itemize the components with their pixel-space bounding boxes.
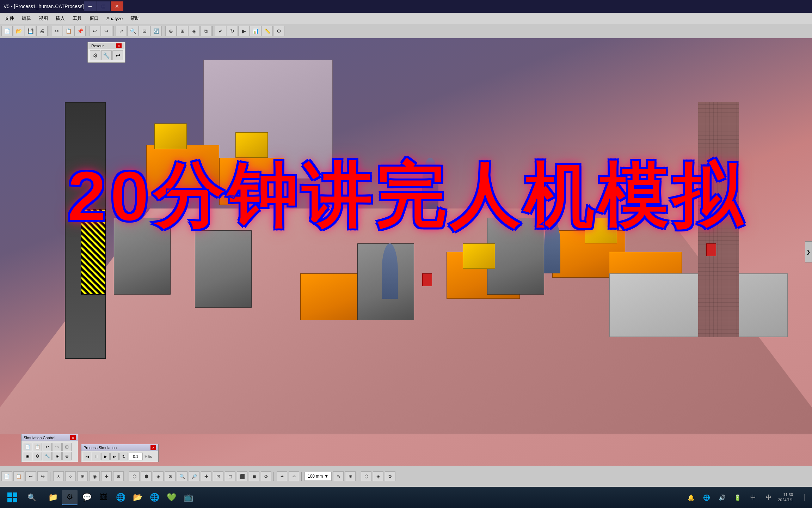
tray-volume[interactable]: 🔊 [716, 490, 728, 505]
bt-1[interactable]: 📄 [1, 471, 12, 481]
taskbar-edge[interactable]: 🌐 [147, 490, 162, 505]
bt-28[interactable]: ◈ [373, 471, 383, 481]
taskbar-chat[interactable]: 💬 [79, 490, 94, 505]
start-button[interactable] [4, 490, 21, 505]
bt-23[interactable]: ✦ [277, 471, 287, 481]
sim-btn-9[interactable]: ◈ [53, 452, 62, 460]
ps-step-input[interactable] [129, 453, 143, 460]
bt-6[interactable]: ○ [65, 471, 76, 481]
taskbar-photos[interactable]: 🖼 [96, 490, 111, 505]
ps-skip-end[interactable]: ⏭ [110, 453, 119, 460]
bt-7[interactable]: ⊞ [77, 471, 88, 481]
bt-4[interactable]: ↪ [37, 471, 48, 481]
toolbar-layer[interactable]: ⧉ [200, 26, 211, 36]
sim-btn-6[interactable]: ◉ [23, 452, 32, 460]
bt-27[interactable]: ⬡ [361, 471, 371, 481]
ps-pause[interactable]: ⏸ [92, 453, 100, 460]
sim-control-close[interactable]: × [70, 435, 76, 440]
toolbar-3d[interactable]: ◈ [189, 26, 200, 36]
taskbar-search[interactable]: 🔍 [21, 490, 42, 505]
bt-5[interactable]: λ [53, 471, 64, 481]
bt-12[interactable]: ⬢ [141, 471, 152, 481]
toolbar-grid[interactable]: ⊞ [177, 26, 188, 36]
bt-26[interactable]: ⊞ [345, 471, 356, 481]
sim-btn-2[interactable]: 📋 [33, 443, 42, 451]
tray-ime[interactable]: 中 [747, 490, 759, 505]
menu-insert[interactable]: 插入 [52, 14, 68, 23]
bt-3[interactable]: ↩ [25, 471, 36, 481]
menu-analyze[interactable]: Analyze [103, 14, 126, 23]
bt-16[interactable]: 🔎 [189, 471, 199, 481]
process-sim-close[interactable]: × [150, 445, 156, 450]
toolbar-undo[interactable]: ↩ [89, 26, 100, 36]
bt-21[interactable]: ◼ [249, 471, 259, 481]
resource-popup-close[interactable]: × [116, 43, 122, 48]
taskbar-bilibili[interactable]: 📺 [180, 490, 196, 505]
bt-17[interactable]: ✚ [201, 471, 211, 481]
toolbar-rotate[interactable]: 🔄 [150, 26, 162, 36]
resource-btn-2[interactable]: 🔧 [101, 50, 112, 60]
toolbar-analyze[interactable]: 📊 [250, 26, 261, 36]
toolbar-copy[interactable]: 📋 [63, 26, 74, 36]
bt-24[interactable]: ✧ [289, 471, 299, 481]
menu-file[interactable]: 文件 [1, 14, 18, 23]
bt-10[interactable]: ⊕ [113, 471, 124, 481]
toolbar-measure[interactable]: 📏 [262, 26, 273, 36]
sim-control-header[interactable]: Simulation Control... × [21, 434, 78, 441]
bt-19[interactable]: ◻ [225, 471, 235, 481]
toolbar-new[interactable]: 📄 [1, 26, 13, 36]
tray-network[interactable]: 🌐 [700, 490, 713, 505]
tray-battery[interactable]: 🔋 [731, 490, 744, 505]
sim-btn-1[interactable]: 📄 [23, 443, 32, 451]
ps-skip-start[interactable]: ⏮ [83, 453, 91, 460]
toolbar-print[interactable]: 🖨 [36, 26, 48, 36]
menu-view[interactable]: 视图 [35, 14, 51, 23]
toolbar-simulate[interactable]: ▶ [238, 26, 250, 36]
bt-13[interactable]: ◈ [153, 471, 164, 481]
bt-18[interactable]: ⊡ [213, 471, 223, 481]
measurement-dropdown[interactable]: 100 mm ▼ [304, 472, 332, 481]
toolbar-cut[interactable]: ✂ [51, 26, 62, 36]
taskbar-chrome[interactable]: 🌐 [113, 490, 128, 505]
toolbar-select[interactable]: ↗ [116, 26, 127, 36]
close-button[interactable]: ✕ [111, 1, 123, 11]
bt-14[interactable]: ⊛ [165, 471, 176, 481]
toolbar-check[interactable]: ✔ [215, 26, 226, 36]
bt-25[interactable]: ✎ [333, 471, 344, 481]
toolbar-zoom[interactable]: 🔍 [127, 26, 139, 36]
toolbar-snap[interactable]: ⊕ [165, 26, 177, 36]
toolbar-open[interactable]: 📂 [13, 26, 24, 36]
bt-15[interactable]: 🔍 [177, 471, 187, 481]
sim-btn-5[interactable]: ⊞ [62, 443, 72, 451]
sim-btn-7[interactable]: ⚙ [33, 452, 42, 460]
minimize-button[interactable]: ─ [84, 1, 97, 11]
taskbar-wechat[interactable]: 💚 [164, 490, 179, 505]
sim-btn-4[interactable]: ↪ [53, 443, 62, 451]
toolbar-options[interactable]: ⚙ [273, 26, 284, 36]
menu-edit[interactable]: 编辑 [18, 14, 35, 23]
taskbar-files[interactable]: 📂 [130, 490, 145, 505]
toolbar-save[interactable]: 💾 [25, 26, 36, 36]
bt-2[interactable]: 📋 [13, 471, 24, 481]
process-sim-header[interactable]: Process Simulation × [81, 444, 158, 451]
taskbar-catia[interactable]: ⚙ [62, 490, 78, 505]
ps-loop[interactable]: ↻ [119, 453, 128, 460]
bt-22[interactable]: ⟳ [261, 471, 271, 481]
taskbar-explorer[interactable]: 📁 [45, 490, 61, 505]
sim-btn-8[interactable]: 🔧 [43, 452, 52, 460]
resource-btn-3[interactable]: ↩ [112, 50, 123, 60]
bt-8[interactable]: ◉ [89, 471, 100, 481]
maximize-button[interactable]: □ [97, 1, 110, 11]
sim-btn-3[interactable]: ↩ [43, 443, 52, 451]
bt-11[interactable]: ⬡ [129, 471, 140, 481]
bt-9[interactable]: ✚ [101, 471, 112, 481]
resource-btn-1[interactable]: ⚙ [90, 50, 100, 60]
toolbar-paste[interactable]: 📌 [74, 26, 86, 36]
tray-ime2[interactable]: 中 [762, 490, 775, 505]
toolbar-fit[interactable]: ⊡ [139, 26, 150, 36]
sim-btn-10[interactable]: ⊛ [62, 452, 72, 460]
right-panel-toggle[interactable]: ❯ [805, 241, 812, 262]
toolbar-update[interactable]: ↻ [227, 26, 238, 36]
toolbar-redo[interactable]: ↪ [101, 26, 112, 36]
bt-29[interactable]: ⚙ [385, 471, 395, 481]
